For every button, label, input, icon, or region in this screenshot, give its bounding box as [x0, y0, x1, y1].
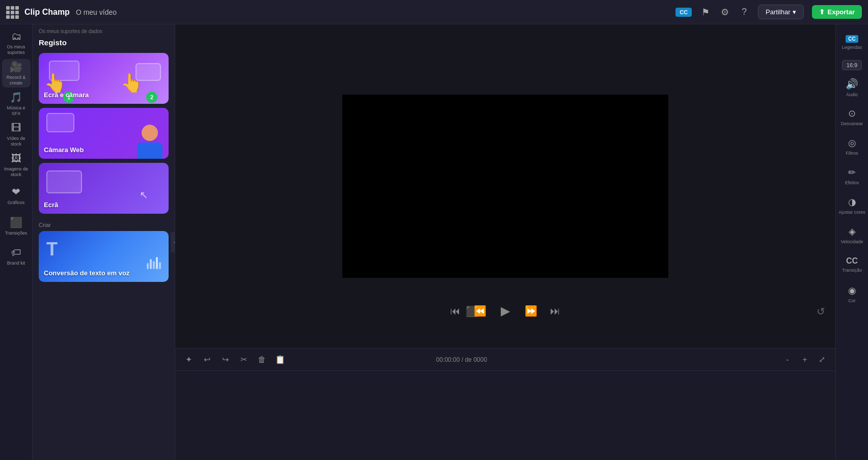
cursor-icon: ↖ [140, 189, 148, 201]
card-tts[interactable]: T Conversão de texto em voz [39, 231, 169, 282]
person-head [142, 125, 158, 141]
panel-top-label: Os meus suportes de dados [33, 24, 175, 36]
hand-cursor-1-icon: 👆 [44, 72, 67, 94]
card-label-webcam: Câmara Web [44, 146, 84, 154]
panel-title: Registo [33, 36, 175, 53]
graphics-icon: ❤ [12, 186, 20, 198]
media-icon: 🗂 [11, 31, 21, 42]
audio-icon: 🔊 [846, 78, 858, 90]
expand-timeline-button[interactable]: ⤢ [815, 353, 829, 367]
rs-item-desvanear[interactable]: ⊙ Desvanear [838, 103, 866, 131]
time-total: 0000 [473, 356, 487, 363]
sidebar-item-images[interactable]: 🖼 Imagens de stock [2, 151, 31, 179]
panel-collapse-button[interactable]: ‹ [171, 232, 175, 252]
redo-button[interactable]: ↪ [218, 353, 232, 367]
app-title: Clip Champ [24, 8, 70, 17]
timeline-time: 00:00:00 / de 0000 [436, 356, 487, 363]
person-body [137, 142, 162, 159]
sidebar-item-transitions[interactable]: ⬛ Transições [2, 212, 31, 240]
share-button[interactable]: Partilhar ▾ [758, 5, 803, 19]
filtros-icon: ◎ [848, 137, 856, 149]
center-area: ⬛ ⏮ ⏪ ▶ ⏩ ⏭ ↺ ✦ ↩ ↪ ✂ 🗑 📋 00:00 [175, 24, 835, 460]
criar-cards: T Conversão de texto em voz [33, 231, 175, 282]
skip-to-end-button[interactable]: ⏭ [547, 303, 563, 319]
badge-2: 2 [146, 92, 157, 103]
rs-item-audio[interactable]: 🔊 Áudio [838, 73, 866, 102]
help-icon[interactable]: ? [739, 7, 750, 18]
video-preview: ⬛ ⏮ ⏪ ▶ ⏩ ⏭ ↺ [175, 24, 835, 348]
webcam-screen-deco [46, 113, 74, 132]
timeline-zoom-controls: - + ⤢ [780, 353, 829, 367]
velocidade-icon: ◈ [849, 226, 856, 237]
card-label-screen-cam: Ecrã e câmara [44, 91, 89, 99]
video-canvas [342, 95, 668, 278]
left-sidebar: 🗂 Os meus suportes 🎥 Record & create 🎵 M… [0, 24, 33, 460]
forward-5s-button[interactable]: ⏩ [523, 303, 539, 319]
transicao-icon: CC [846, 256, 858, 266]
zoom-out-button[interactable]: - [780, 353, 795, 367]
topbar-right: CC ⚑ ⚙ ? Partilhar ▾ ⬆ Exportar [675, 5, 862, 19]
settings-icon[interactable]: ⚙ [719, 7, 730, 18]
select-tool-button[interactable]: ✦ [181, 353, 196, 367]
card-screen[interactable]: ↖ Ecrã [39, 163, 169, 214]
cc-badge[interactable]: CC [675, 8, 692, 17]
grid-menu-icon[interactable] [6, 6, 18, 18]
sidebar-item-graphics[interactable]: ❤ Gráficos [2, 181, 31, 210]
sidebar-item-record[interactable]: 🎥 Record & create [2, 59, 31, 88]
stock-video-icon: 🎞 [11, 122, 21, 134]
time-current: 00:00:00 [436, 356, 460, 363]
video-playback-controls: ⏮ ⏪ ▶ ⏩ ⏭ [447, 302, 563, 320]
record-cards: 👆 1 👆 2 Ecrã e câmara [33, 53, 175, 214]
record-panel: Os meus suportes de dados Registo 👆 1 👆 … [33, 24, 175, 460]
rs-item-efeitos[interactable]: ✏ Efeitos [838, 162, 866, 190]
ajustar-cores-icon: ◑ [848, 196, 856, 208]
rewind-5s-button[interactable]: ⏪ [472, 303, 488, 319]
transitions-icon: ⬛ [10, 216, 22, 228]
sidebar-item-brandkit[interactable]: 🏷 Brand kit [2, 242, 31, 271]
rs-item-ajustar-cores[interactable]: ◑ Ajustar cores [838, 191, 866, 220]
play-button[interactable]: ▶ [496, 302, 514, 320]
card-label-tts: Conversão de texto em voz [44, 269, 129, 277]
card-label-screen: Ecrã [44, 201, 58, 209]
webcam-person [135, 121, 164, 159]
video-title[interactable]: O meu vídeo [76, 8, 117, 16]
efeitos-icon: ✏ [848, 167, 856, 178]
undo-button[interactable]: ↩ [200, 353, 214, 367]
timeline: ✦ ↩ ↪ ✂ 🗑 📋 00:00:00 / de 0000 - + ⤢ [175, 348, 835, 460]
section-criar-label: Criar [33, 218, 175, 231]
card-deco-screen: ↖ [39, 163, 169, 214]
zoom-in-button[interactable]: + [798, 353, 812, 367]
text-T-icon: T [46, 239, 58, 260]
cc-icon: CC [846, 35, 858, 43]
main-layout: 🗂 Os meus suportes 🎥 Record & create 🎵 M… [0, 24, 868, 460]
export-button[interactable]: ⬆ Exportar [812, 5, 862, 19]
cut-button[interactable]: ✂ [236, 353, 251, 367]
wave-bars [147, 257, 161, 269]
music-icon: 🎵 [10, 91, 22, 103]
timeline-toolbar: ✦ ↩ ↪ ✂ 🗑 📋 00:00:00 / de 0000 - + ⤢ [175, 349, 835, 371]
sidebar-item-media[interactable]: 🗂 Os meus suportes [2, 28, 31, 57]
topbar-left: Clip Champ O meu vídeo [6, 6, 675, 18]
skip-to-start-button[interactable]: ⏮ [447, 303, 464, 319]
right-sidebar: CC Legendas 16:9 🔊 Áudio ⊙ Desvanear ◎ F… [835, 24, 868, 460]
screen-only-deco [46, 170, 82, 193]
rs-item-transicao[interactable]: CC Transição [838, 250, 866, 279]
topbar: Clip Champ O meu vídeo CC ⚑ ⚙ ? Partilha… [0, 0, 868, 24]
card-screen-cam[interactable]: 👆 1 👆 2 Ecrã e câmara [39, 53, 169, 104]
aspect-ratio-badge[interactable]: 16:9 [842, 60, 862, 70]
rs-item-filtros[interactable]: ◎ Filtros [838, 132, 866, 161]
copy-button[interactable]: 📋 [273, 353, 287, 367]
sidebar-item-music[interactable]: 🎵 Música e SFX [2, 90, 31, 118]
rs-item-cor[interactable]: ◉ Cor [838, 280, 866, 308]
cor-icon: ◉ [848, 285, 856, 296]
delete-button[interactable]: 🗑 [255, 353, 269, 367]
record-icon: 🎥 [10, 61, 22, 73]
timeline-body [175, 371, 835, 460]
loop-button[interactable]: ↺ [817, 305, 825, 318]
sidebar-item-stock-video[interactable]: 🎞 Vídeo de stock [2, 120, 31, 149]
card-webcam[interactable]: Câmara Web [39, 108, 169, 159]
desvanear-icon: ⊙ [848, 108, 856, 119]
flag-icon[interactable]: ⚑ [700, 7, 711, 18]
rs-item-legendas[interactable]: CC Legendas [838, 28, 866, 57]
rs-item-velocidade[interactable]: ◈ Velocidade [838, 221, 866, 249]
